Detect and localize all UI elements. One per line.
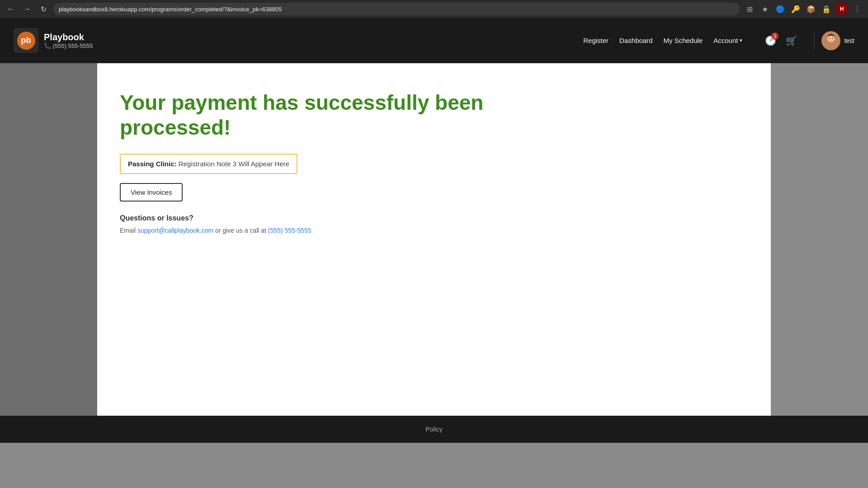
contact-phone-link[interactable]: (555) 555-5555 xyxy=(268,227,311,234)
sidebar-right xyxy=(771,63,868,416)
success-heading-line1: Your payment has successfully been xyxy=(120,91,483,114)
brand-logo: pb xyxy=(14,28,38,53)
browser-action-1[interactable]: ⊞ xyxy=(743,3,756,15)
nav-links: Register Dashboard My Schedule Account ▾… xyxy=(583,31,854,50)
chevron-down-icon: ▾ xyxy=(740,38,742,43)
nav-dashboard[interactable]: Dashboard xyxy=(619,37,652,44)
brand-phone: 📞 (555) 555-5555 xyxy=(44,42,93,49)
clinic-note-text: Registration Note 3 Will Appear Here xyxy=(177,160,289,168)
nav-register[interactable]: Register xyxy=(583,37,609,44)
user-name: test xyxy=(844,37,854,44)
nav-account-label: Account xyxy=(713,37,738,44)
contact-text: Email support@callplaybook.com or give u… xyxy=(120,227,748,234)
success-heading-line2: processed! xyxy=(120,116,231,139)
svg-point-5 xyxy=(832,38,833,38)
browser-extension-2[interactable]: 🔑 xyxy=(789,3,802,15)
address-bar[interactable] xyxy=(53,3,740,15)
forward-button[interactable]: → xyxy=(21,3,33,15)
contact-middle: or give us a call at xyxy=(213,227,268,234)
sidebar-left xyxy=(0,63,97,416)
page-wrapper: Your payment has successfully been proce… xyxy=(0,63,868,416)
clinic-note-box: Passing Clinic: Registration Note 3 Will… xyxy=(120,154,297,174)
brand-logo-icon: pb xyxy=(17,32,35,50)
user-avatar-container: test xyxy=(814,31,854,50)
browser-profile[interactable]: H xyxy=(835,3,848,15)
cart-icon[interactable]: 🛒 xyxy=(783,33,799,49)
view-invoices-button[interactable]: View Invoices xyxy=(120,183,183,202)
contact-email-link[interactable]: support@callplaybook.com xyxy=(137,227,213,234)
back-button[interactable]: ← xyxy=(5,3,17,15)
nav-icons: 🕐 1 🛒 xyxy=(762,33,799,49)
questions-heading: Questions or Issues? xyxy=(120,214,748,222)
browser-chrome: ← → ↻ ⊞ ★ 🔵 🔑 📦 🔒 H ⋮ xyxy=(0,0,868,18)
nav-account[interactable]: Account ▾ xyxy=(713,37,742,44)
browser-menu[interactable]: ⋮ xyxy=(851,3,863,15)
brand-name: Playbook xyxy=(44,32,93,42)
app-header: pb Playbook 📞 (555) 555-5555 Register Da… xyxy=(0,18,868,63)
nav-my-schedule[interactable]: My Schedule xyxy=(664,37,703,44)
browser-extension-4[interactable]: 🔒 xyxy=(820,3,833,15)
brand-info: Playbook 📞 (555) 555-5555 xyxy=(44,32,93,49)
clinic-note-label: Passing Clinic: xyxy=(128,160,177,168)
user-avatar[interactable] xyxy=(821,31,840,50)
browser-action-2[interactable]: ★ xyxy=(759,3,771,15)
svg-point-4 xyxy=(829,38,830,38)
success-heading: Your payment has successfully been proce… xyxy=(120,90,748,140)
clock-icon[interactable]: 🕐 1 xyxy=(762,33,778,49)
browser-extension-3[interactable]: 📦 xyxy=(805,3,817,15)
brand: pb Playbook 📞 (555) 555-5555 xyxy=(14,28,93,53)
footer-policy[interactable]: Policy xyxy=(425,426,442,433)
browser-extension-1[interactable]: 🔵 xyxy=(774,3,787,15)
main-content: Your payment has successfully been proce… xyxy=(97,63,771,416)
contact-prefix: Email xyxy=(120,227,137,234)
clock-badge: 1 xyxy=(771,33,778,40)
reload-button[interactable]: ↻ xyxy=(37,3,50,15)
footer: Policy xyxy=(0,416,868,443)
